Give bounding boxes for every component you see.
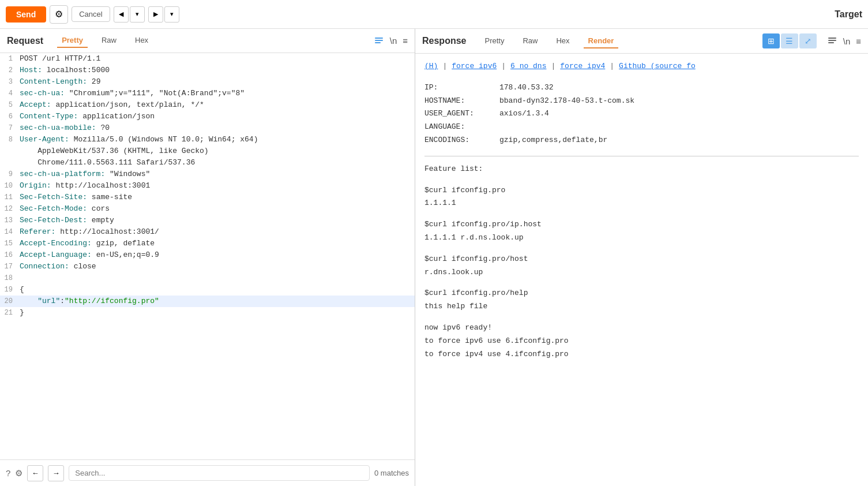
hostname-label: HOSTNAME: (424, 95, 499, 107)
view-expand-button[interactable]: ⤢ (799, 33, 817, 48)
response-link-h[interactable]: (H) (424, 61, 438, 73)
view-grid-button[interactable]: ⊞ (762, 33, 780, 48)
svg-rect-1 (375, 40, 383, 41)
settings-button[interactable]: ⚙ (50, 5, 68, 24)
response-link-github[interactable]: Github (source fo (619, 61, 696, 73)
line-number: 12 (0, 203, 17, 215)
line-number: 13 (0, 215, 17, 226)
code-line: 9sec-ch-ua-platform: "Windows" (0, 169, 415, 180)
code-line: 2Host: localhost:5000 (0, 65, 415, 76)
request-title: Request (7, 36, 43, 46)
line-number: 17 (0, 261, 17, 272)
line-content: Sec-Fetch-Mode: cors (17, 203, 415, 215)
code-line: 17Connection: close (0, 261, 415, 272)
hostname-row: HOSTNAME: bband-dyn32.178-40-53.t-com.sk (424, 95, 859, 107)
next-button[interactable]: ▶ (148, 6, 163, 23)
code-line: 15Accept-Encoding: gzip, deflate (0, 238, 415, 249)
feature-result-3: r.dns.look.up (424, 267, 859, 279)
view-lines-button[interactable]: ☰ (781, 33, 798, 48)
prev-dropdown-button[interactable]: ▾ (130, 6, 145, 23)
send-button[interactable]: Send (6, 6, 46, 23)
code-line: 1POST /url HTTP/1.1 (0, 53, 415, 65)
line-content: { (17, 284, 415, 296)
feature-cmd-1: $curl ifconfig.pro (424, 185, 859, 197)
code-line: 5Accept: application/json, text/plain, *… (0, 99, 415, 111)
search-next-button[interactable]: → (48, 465, 64, 481)
line-content: POST /url HTTP/1.1 (17, 53, 415, 65)
line-number: 2 (0, 65, 17, 76)
search-prev-button[interactable]: ← (27, 465, 43, 481)
line-number: 11 (0, 192, 17, 203)
line-content: sec-ch-ua-platform: "Windows" (17, 169, 415, 180)
search-settings-button[interactable]: ⚙ (15, 468, 22, 478)
feature-result-4: this help file (424, 301, 859, 313)
feature-cmd-3: $curl ifconfig.pro/host (424, 253, 859, 266)
line-content: Sec-Fetch-Site: same-site (17, 192, 415, 203)
line-content: Connection: close (17, 261, 415, 272)
line-content: sec-ch-ua: "Chromium";v="111", "Not(A:Br… (17, 88, 415, 99)
encodings-label: ENCODINGS: (424, 134, 499, 147)
line-number: 9 (0, 169, 17, 180)
code-line: 8User-Agent: Mozilla/5.0 (Windows NT 10.… (0, 134, 415, 145)
view-toggle: ⊞ ☰ ⤢ (762, 33, 817, 48)
line-number: 8 (0, 134, 17, 145)
response-link-6-no-dns[interactable]: 6 no dns (510, 61, 546, 73)
response-menu-icon[interactable]: ≡ (856, 36, 861, 46)
code-line: 6Content-Type: application/json (0, 111, 415, 122)
response-link-force-ipv4[interactable]: force ipv4 (560, 61, 605, 73)
help-icon-button[interactable]: ? (6, 468, 10, 478)
request-wrap-icon[interactable]: \n (390, 36, 397, 46)
code-line: 20 "url":"http://ifconfig.pro" (0, 296, 415, 307)
svg-rect-3 (828, 38, 836, 39)
search-input[interactable] (69, 465, 370, 481)
cancel-button[interactable]: Cancel (72, 6, 110, 22)
ip-info-table: IP: 178.40.53.32 HOSTNAME: bband-dyn32.1… (424, 82, 859, 147)
response-panel-header: Response Pretty Raw Hex Render ⊞ ☰ ⤢ \n … (415, 29, 868, 54)
tab-request-hex[interactable]: Hex (130, 33, 153, 48)
response-title: Response (422, 36, 466, 46)
code-line: 13Sec-Fetch-Dest: empty (0, 215, 415, 226)
tab-response-hex[interactable]: Hex (551, 34, 574, 48)
line-content: AppleWebKit/537.36 (KHTML, like Gecko) (17, 145, 415, 157)
tab-request-pretty[interactable]: Pretty (57, 33, 88, 48)
request-body-icon[interactable] (374, 36, 384, 46)
line-number: 5 (0, 99, 17, 111)
line-content: Origin: http://localhost:3001 (17, 180, 415, 192)
line-number: 3 (0, 76, 17, 88)
line-number: 6 (0, 111, 17, 122)
line-number: 16 (0, 249, 17, 261)
tab-request-raw[interactable]: Raw (97, 33, 121, 48)
line-number: 7 (0, 122, 17, 134)
response-content: (H) | force ipv6 | 6 no dns | force ipv4… (415, 54, 868, 486)
code-line: AppleWebKit/537.36 (KHTML, like Gecko) (0, 145, 415, 157)
request-menu-icon[interactable]: ≡ (403, 36, 408, 46)
line-content: } (17, 307, 415, 319)
line-content: Content-Type: application/json (17, 111, 415, 122)
next-dropdown-button[interactable]: ▾ (164, 6, 179, 23)
line-content: sec-ch-ua-mobile: ?0 (17, 122, 415, 134)
user-agent-value: axios/1.3.4 (499, 108, 549, 120)
svg-rect-4 (828, 40, 836, 41)
request-code-area[interactable]: 1POST /url HTTP/1.12Host: localhost:5000… (0, 53, 415, 459)
code-line: 19{ (0, 284, 415, 296)
user-agent-row: USER_AGENT: axios/1.3.4 (424, 108, 859, 120)
ip-label: IP: (424, 82, 499, 94)
line-number: 14 (0, 226, 17, 238)
language-label: LANGUAGE: (424, 121, 499, 133)
feature-footer-2: to force ipv6 use 6.ifconfig.pro (424, 335, 859, 347)
tab-response-render[interactable]: Render (584, 34, 619, 48)
search-bar: ? ⚙ ← → 0 matches (0, 459, 415, 486)
feature-cmd-2: $curl ifconfig.pro/ip.host (424, 219, 859, 231)
code-line: Chrome/111.0.5563.111 Safari/537.36 (0, 157, 415, 169)
tab-response-pretty[interactable]: Pretty (480, 34, 509, 48)
tab-response-raw[interactable]: Raw (518, 34, 542, 48)
feature-result-2: 1.1.1.1 r.d.ns.look.up (424, 232, 859, 244)
request-panel-header: Request Pretty Raw Hex \n ≡ (0, 29, 415, 53)
response-wrap-icon[interactable]: \n (843, 36, 851, 46)
prev-button[interactable]: ◀ (114, 6, 129, 23)
line-number (0, 157, 17, 169)
target-label: Target (835, 9, 862, 20)
response-body-icon[interactable] (827, 36, 837, 46)
response-link-force-ipv6[interactable]: force ipv6 (452, 61, 497, 73)
line-content: Referer: http://localhost:3001/ (17, 226, 415, 238)
